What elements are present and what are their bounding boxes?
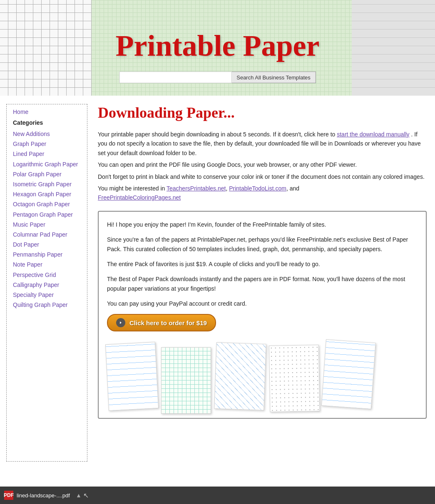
promo-p5: You can pay using your PayPal account or… [107,299,418,308]
sidebar-item-isometric-graph-paper[interactable]: Isometric Graph Paper [13,180,81,188]
paper-preview-grid [161,347,211,414]
promo-p1: Hi! I hope you enjoy the paper! I'm Kevi… [107,220,418,229]
main-layout: Home Categories New Additions Graph Pape… [0,96,435,470]
paper-preview-area [107,343,418,410]
printable-todo-list-link[interactable]: PrintableTodoList.com [229,185,286,192]
site-header: Printable Paper Search All Business Temp… [0,0,435,96]
paper-bg-left [0,0,92,96]
paper-preview-dot [269,345,320,412]
sidebar-item-columnar-pad-paper[interactable]: Columnar Pad Paper [13,231,81,238]
intro-para3: Don't forget to print in black and white… [98,172,427,181]
promo-box: Hi! I hope you enjoy the paper! I'm Kevi… [98,211,427,419]
main-content: Downloading Paper... Your printable pape… [92,96,435,470]
order-button-icon [116,318,125,327]
main-text: Your printable paper should begin downlo… [98,130,427,203]
search-input[interactable] [119,72,231,83]
sidebar-item-music-paper[interactable]: Music Paper [13,221,81,228]
sidebar-item-octagon-graph-paper[interactable]: Octagon Graph Paper [13,200,81,208]
search-button[interactable]: Search All Business Templates [231,72,316,83]
promo-p4: The Best of Paper Pack downloads instant… [107,274,418,293]
sidebar-item-dot-paper[interactable]: Dot Paper [13,241,81,248]
intro-para1: Your printable paper should begin downlo… [98,130,427,158]
paper-preview-diagonal [214,342,266,410]
paper-preview-lined2 [321,339,376,409]
page-title: Downloading Paper... [98,104,427,121]
intro-para4: You might be interested in TeachersPrint… [98,184,427,203]
sidebar-item-polar-graph-paper[interactable]: Polar Graph Paper [13,170,81,178]
site-title-container: Printable Paper [116,29,320,63]
site-title: Printable Paper [116,29,320,63]
sidebar-item-logarithmic-graph-paper[interactable]: Logarithmic Graph Paper [13,161,81,168]
sidebar-item-quilting-graph-paper[interactable]: Quilting Graph Paper [13,301,81,309]
sidebar-item-lined-paper[interactable]: Lined Paper [13,150,81,158]
promo-p3: The entire Pack of favorites is just $19… [107,259,418,269]
order-button[interactable]: Click here to order for $19 [107,314,216,331]
search-bar: Search All Business Templates [119,72,316,83]
manual-download-link[interactable]: start the download manually [337,131,409,138]
sidebar-item-calligraphy-paper[interactable]: Calligraphy Paper [13,281,81,289]
free-printable-coloring-pages-link[interactable]: FreePrintableColoringPages.net [98,194,181,201]
sidebar-item-graph-paper[interactable]: Graph Paper [13,140,81,148]
sidebar-item-penmanship-paper[interactable]: Penmanship Paper [13,251,81,258]
sidebar-item-home[interactable]: Home [13,109,81,115]
sidebar-item-new-additions[interactable]: New Additions [13,130,81,138]
sidebar-item-specialty-paper[interactable]: Specialty Paper [13,291,81,299]
paper-bg-right [352,0,435,96]
promo-p2: Since you're a fan of the papers at Prin… [107,235,418,254]
teachers-printables-link[interactable]: TeachersPrintables.net [167,185,226,192]
sidebar-item-perspective-grid[interactable]: Perspective Grid [13,271,81,279]
order-button-label: Click here to order for $19 [129,319,207,326]
sidebar-item-pentagon-graph-paper[interactable]: Pentagon Graph Paper [13,211,81,218]
sidebar-categories-label: Categories [13,119,81,126]
sidebar: Home Categories New Additions Graph Pape… [6,104,87,462]
intro-para2: You can open and print the PDF file usin… [98,160,427,169]
sidebar-item-hexagon-graph-paper[interactable]: Hexagon Graph Paper [13,190,81,198]
paper-preview-lined [105,342,159,411]
sidebar-item-note-paper[interactable]: Note Paper [13,261,81,268]
